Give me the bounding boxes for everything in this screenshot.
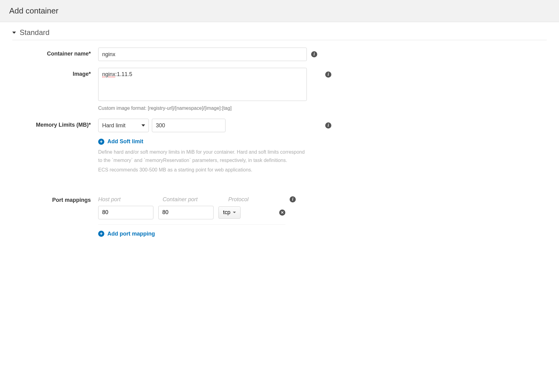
- add-soft-limit-label: Add Soft limit: [107, 138, 143, 145]
- section-toggle-standard[interactable]: Standard: [12, 28, 547, 40]
- modal-body: Standard Container name* i Image* nginx:…: [0, 22, 559, 256]
- add-port-mapping-label: Add port mapping: [107, 231, 155, 237]
- port-headers: Host port Container port Protocol: [98, 196, 285, 203]
- memory-help-text-2: ECS recommends 300-500 MB as a starting …: [98, 166, 307, 174]
- label-image: Image*: [12, 68, 98, 77]
- plus-circle-icon: +: [98, 231, 104, 237]
- image-input[interactable]: nginx:1.11.5: [98, 68, 307, 101]
- info-icon[interactable]: i: [311, 51, 317, 57]
- port-header-protocol: Protocol: [228, 196, 259, 203]
- label-port-mappings: Port mappings: [12, 196, 98, 203]
- info-icon[interactable]: i: [325, 71, 331, 78]
- add-soft-limit-button[interactable]: + Add Soft limit: [98, 138, 321, 145]
- add-port-mapping-button[interactable]: + Add port mapping: [98, 231, 285, 237]
- modal-header: Add container: [0, 0, 559, 22]
- protocol-select[interactable]: tcp: [218, 206, 241, 219]
- protocol-value: tcp: [223, 209, 230, 216]
- row-image: Image* nginx:1.11.5 Custom image format:…: [12, 68, 547, 112]
- memory-limit-value-input[interactable]: [152, 119, 226, 132]
- host-port-input[interactable]: [98, 206, 153, 219]
- chevron-down-icon: [233, 212, 236, 213]
- memory-help-text-1: Define hard and/or soft memory limits in…: [98, 148, 307, 164]
- port-header-container: Container port: [163, 196, 224, 203]
- image-help-text: Custom image format: [registry-url]/[nam…: [98, 105, 321, 112]
- port-mapping-row: tcp ✕: [98, 206, 285, 225]
- row-container-name: Container name* i: [12, 48, 547, 61]
- container-port-input[interactable]: [158, 206, 214, 219]
- label-container-name: Container name*: [12, 48, 98, 57]
- info-icon[interactable]: i: [290, 196, 296, 202]
- caret-down-icon: [12, 32, 16, 34]
- label-memory-limits: Memory Limits (MB)*: [12, 119, 98, 128]
- info-icon[interactable]: i: [325, 122, 331, 129]
- port-header-host: Host port: [98, 196, 153, 203]
- modal-title: Add container: [9, 6, 550, 16]
- row-memory-limits: Memory Limits (MB)* Hard limit + Add Sof…: [12, 119, 547, 174]
- row-port-mappings: Port mappings Host port Container port P…: [12, 196, 547, 237]
- section-title: Standard: [20, 28, 49, 37]
- memory-limit-type-select[interactable]: Hard limit: [98, 119, 149, 132]
- remove-port-mapping-icon[interactable]: ✕: [279, 209, 285, 216]
- container-name-input[interactable]: [98, 48, 307, 61]
- plus-circle-icon: +: [98, 139, 104, 145]
